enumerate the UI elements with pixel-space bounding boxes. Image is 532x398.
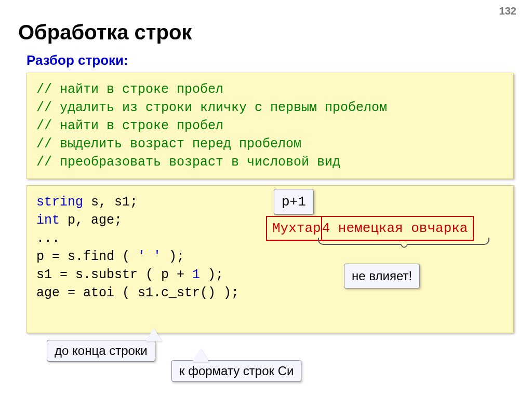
annotation-p-plus-1: p+1	[274, 189, 314, 215]
code-line: p = s.find ( ' ' );	[36, 248, 504, 266]
callout-arrow-icon	[192, 348, 209, 362]
page-number: 132	[499, 5, 516, 17]
comment-line: // найти в строке пробел	[36, 80, 504, 99]
code-line: s1 = s.substr ( p + 1 );	[36, 266, 504, 284]
annotation-no-effect: не влияет!	[344, 264, 420, 289]
comment-line: // удалить из строки кличку с первым про…	[36, 99, 504, 117]
comment-line: // найти в строке пробел	[36, 117, 504, 135]
callout-arrow-icon	[145, 328, 162, 341]
brace-icon	[318, 238, 489, 245]
comment-line: // выделить возраст перед пробелом	[36, 135, 504, 153]
keyword: int	[36, 213, 60, 228]
example-right: 4 немецкая овчарка	[322, 219, 468, 238]
number-literal: 1	[192, 267, 200, 282]
code-box: string s, s1; int p, age; ... p = s.find…	[26, 185, 514, 333]
section-subtitle: Разбор строки:	[26, 52, 514, 68]
annotation-c-format: к формату строк Си	[171, 360, 301, 382]
comment-line: // преобразовать возраст в числовой вид	[36, 153, 504, 171]
comments-box: // найти в строке пробел // удалить из с…	[26, 73, 514, 179]
annotation-to-end: до конца строки	[47, 340, 155, 362]
example-left: Мухтар	[272, 219, 321, 238]
page-title: Обработка строк	[18, 21, 514, 44]
code-line: age = atoi ( s1.c_str() );	[36, 284, 504, 302]
code-line: string s, s1;	[36, 193, 504, 211]
keyword: string	[36, 195, 83, 210]
char-literal: ' '	[138, 249, 161, 264]
